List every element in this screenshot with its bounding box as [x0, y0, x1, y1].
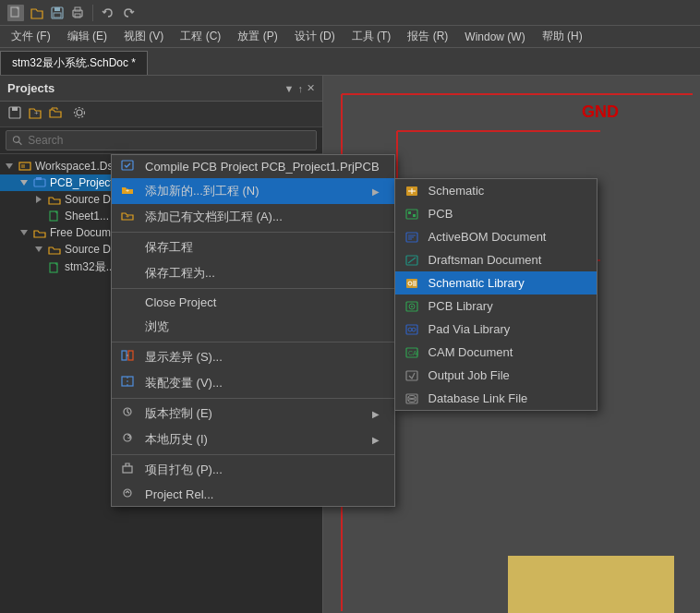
settings-icon[interactable] [72, 105, 87, 123]
release-icon [121, 487, 136, 502]
sub-activebom[interactable]: ActiveBOM Document [395, 225, 597, 248]
svg-rect-18 [34, 179, 45, 186]
svg-marker-23 [35, 246, 42, 252]
undo-icon[interactable] [101, 6, 115, 20]
sub-schematic[interactable]: Schematic [395, 179, 597, 202]
tree-expand-icon [4, 161, 15, 172]
cam-icon: CAM [404, 345, 419, 360]
ctx-save[interactable]: 保存工程 [112, 234, 394, 260]
search-icon [12, 135, 22, 146]
svg-rect-16 [21, 164, 25, 168]
new-project-icon[interactable]: + [28, 105, 42, 123]
schlib-icon [404, 276, 419, 291]
menu-place[interactable]: 放置 (P) [230, 27, 284, 46]
ctx-browse[interactable]: 浏览 [112, 314, 394, 340]
tree-expand4-icon [18, 227, 30, 238]
menu-design[interactable]: 设计 (D) [287, 27, 343, 46]
panel-float-icon[interactable]: ↑ [298, 83, 304, 94]
svg-rect-32 [413, 214, 416, 217]
tree-expand5-icon [33, 244, 44, 255]
svg-point-48 [408, 328, 412, 331]
panel-close-icon[interactable]: ✕ [307, 82, 315, 94]
ctx-compile[interactable]: Compile PCB Project PCB_Project1.PrjPCB [112, 155, 394, 178]
draft-icon [404, 253, 419, 268]
menu-tools[interactable]: 工具 (T) [344, 27, 399, 46]
sub-schlib[interactable]: Schematic Library [395, 271, 597, 294]
sub-dblink[interactable]: Database Link File [395, 387, 597, 410]
ctx-history[interactable]: 本地历史 (I) ▶ [112, 427, 394, 452]
ctx-add-existing[interactable]: + 添加已有文档到工程 (A)... [112, 204, 394, 230]
svg-line-13 [18, 141, 21, 144]
pack-icon [121, 463, 136, 477]
redo-icon[interactable] [121, 6, 136, 20]
menu-help[interactable]: 帮助 (H) [535, 27, 590, 46]
svg-rect-30 [406, 210, 417, 219]
history-label: 本地历史 (I) [145, 431, 208, 448]
version-icon [121, 406, 136, 421]
menu-view[interactable]: 视图 (V) [116, 27, 171, 46]
ctx-save-as[interactable]: 保存工程为... [112, 260, 394, 286]
svg-rect-59 [122, 351, 127, 360]
padvia-icon [404, 322, 419, 337]
source-folder-icon [48, 194, 61, 205]
panel-pin-icon[interactable]: ▼ [284, 83, 295, 94]
projects-panel: Projects ▼ ↑ ✕ + [0, 76, 323, 613]
sub-pcblib[interactable]: PCB Library [395, 294, 597, 318]
ctx-close[interactable]: Close Project [112, 291, 394, 314]
sub-cam[interactable]: CAM CAM Document [395, 341, 597, 364]
save-label: 保存工程 [145, 239, 193, 256]
separator1 [112, 232, 394, 233]
svg-rect-60 [128, 351, 133, 360]
sub-schematic-label: Schematic [428, 184, 485, 198]
dblink-icon [404, 391, 419, 406]
print-icon[interactable] [70, 6, 85, 20]
svg-text:CAM: CAM [408, 350, 418, 356]
tabbar: stm32最小系统.SchDoc * [0, 48, 700, 76]
sub-activebom-label: ActiveBOM Document [428, 230, 547, 244]
svg-point-57 [408, 399, 416, 402]
sub-draftsman[interactable]: Draftsman Document [395, 248, 597, 271]
tab-schematic[interactable]: stm32最小系统.SchDoc * [0, 51, 148, 75]
submenu: Schematic PCB ActiveBOM Document [394, 178, 597, 411]
open-icon[interactable] [30, 6, 44, 20]
separator3 [112, 342, 394, 343]
svg-point-49 [412, 328, 416, 331]
menu-project[interactable]: 工程 (C) [173, 27, 228, 46]
save-icon[interactable] [50, 6, 65, 20]
ctx-diff[interactable]: 显示差异 (S)... [112, 344, 394, 370]
ctx-release[interactable]: Project Rel... [112, 483, 394, 506]
tree-expand2-icon [18, 177, 30, 188]
ctx-variant[interactable]: 装配变量 (V)... [112, 370, 394, 396]
open-folder-icon[interactable] [48, 105, 63, 123]
ctx-pack[interactable]: 项目打包 (P)... [112, 457, 394, 483]
menu-edit[interactable]: 编辑 (E) [60, 27, 115, 46]
variant-icon [121, 376, 136, 391]
history-icon [121, 432, 136, 447]
ctx-version[interactable]: 版本控制 (E) ▶ [112, 401, 394, 427]
panel-header: Projects ▼ ↑ ✕ [0, 76, 322, 102]
svg-line-38 [408, 258, 416, 263]
sub-output[interactable]: Output Job File [395, 364, 597, 387]
add-new-arrow: ▶ [372, 186, 380, 197]
svg-marker-22 [20, 230, 28, 235]
release-label: Project Rel... [145, 487, 213, 501]
ctx-add-new[interactable]: + 添加新的...到工程 (N) ▶ Schematic [112, 178, 394, 204]
sub-dblink-label: Database Link File [428, 391, 528, 405]
search-input[interactable] [28, 134, 310, 147]
menu-window[interactable]: Window (W) [457, 29, 532, 45]
sub-pcb[interactable]: PCB [395, 202, 597, 225]
svg-point-12 [13, 137, 19, 143]
new-icon[interactable] [7, 5, 24, 21]
sub-pcb-label: PCB [428, 207, 453, 221]
menu-reports[interactable]: 报告 (R) [400, 27, 455, 46]
save-toolbar-icon[interactable] [7, 105, 22, 123]
svg-marker-20 [36, 196, 42, 203]
save-as-label: 保存工程为... [145, 265, 215, 282]
menu-file[interactable]: 文件 (F) [4, 27, 58, 46]
svg-rect-19 [36, 177, 42, 180]
sub-padvia[interactable]: Pad Via Library [395, 318, 597, 341]
menubar: 文件 (F) 编辑 (E) 视图 (V) 工程 (C) 放置 (P) 设计 (D… [0, 26, 700, 48]
search-box[interactable] [6, 130, 317, 150]
svg-rect-66 [123, 466, 132, 473]
compile-icon [121, 160, 136, 174]
